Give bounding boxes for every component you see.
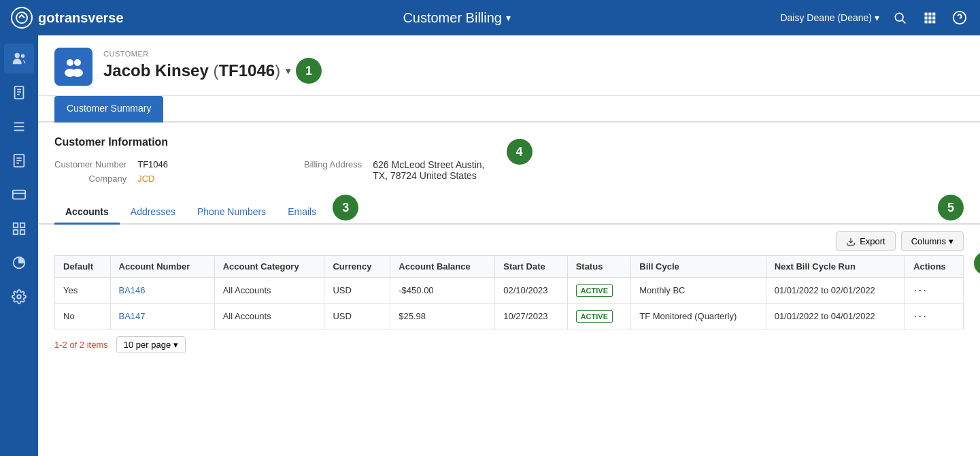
- svg-point-35: [67, 59, 73, 66]
- col-header-currency: Currency: [324, 256, 390, 278]
- col-header-account-balance: Account Balance: [390, 256, 495, 278]
- svg-point-15: [21, 54, 25, 59]
- info-left: Customer Number TF1046 Company JCD: [54, 159, 168, 184]
- step-badge-1: 1: [296, 58, 322, 84]
- cell-account-number-1[interactable]: BA146: [110, 278, 214, 304]
- app-logo[interactable]: gotransverse: [11, 7, 133, 29]
- sidebar-item-catalog[interactable]: [4, 78, 34, 108]
- cell-next-bill-cycle-run-1: 01/01/2022 to 02/01/2022: [766, 278, 905, 304]
- cell-currency-2: USD: [324, 304, 390, 329]
- col-header-bill-cycle: Bill Cycle: [631, 256, 766, 278]
- col-header-actions: Actions 4: [905, 256, 964, 278]
- customer-dropdown-arrow[interactable]: ▾: [286, 65, 290, 76]
- cell-account-category-1: All Accounts: [214, 278, 324, 304]
- grid-icon[interactable]: [920, 8, 939, 27]
- user-menu[interactable]: Daisy Deane (Deane) ▾: [780, 12, 879, 23]
- step-badge-3: 3: [333, 195, 358, 221]
- sidebar-item-payments[interactable]: [4, 180, 34, 210]
- cell-balance-2: $25.98: [390, 304, 495, 329]
- pagination-bar: 1-2 of 2 items 10 per page ▾: [38, 329, 980, 360]
- actions-menu-1[interactable]: ···: [913, 283, 928, 297]
- table-row: Yes BA146 All Accounts USD -$450.00 02/1…: [55, 278, 964, 304]
- sidebar-item-usage[interactable]: [4, 214, 34, 244]
- top-nav: gotransverse Customer Billing ▾ Daisy De…: [0, 0, 980, 35]
- svg-point-1: [895, 13, 903, 21]
- cell-actions-1[interactable]: ···: [905, 278, 964, 304]
- main-tabs: Customer Summary: [38, 96, 980, 123]
- step-badge-2: 4: [507, 139, 533, 165]
- svg-point-34: [17, 295, 21, 299]
- nav-center: Customer Billing ▾: [133, 10, 780, 26]
- svg-rect-3: [925, 13, 928, 16]
- cell-status-2: ACTIVE: [567, 304, 631, 329]
- value-company: JCD: [137, 174, 168, 184]
- cell-bill-cycle-2: TF Monitored (Quarterly): [631, 304, 766, 329]
- sidebar-item-settings[interactable]: [4, 282, 34, 312]
- section-title: Customer Information: [54, 136, 485, 148]
- svg-rect-29: [14, 223, 18, 227]
- cell-currency-1: USD: [324, 278, 390, 304]
- cell-start-date-2: 10/27/2023: [495, 304, 567, 329]
- nav-title[interactable]: Customer Billing ▾: [403, 10, 511, 26]
- svg-point-0: [16, 12, 27, 23]
- columns-button[interactable]: Columns ▾: [901, 231, 964, 251]
- customer-name: Jacob Kinsey (TF1046) ▾ 1: [103, 58, 322, 84]
- customer-identity: CUSTOMER Jacob Kinsey (TF1046) ▾ 1: [103, 50, 322, 84]
- sidebar-item-orders[interactable]: [4, 112, 34, 142]
- search-icon[interactable]: [890, 8, 909, 27]
- value-billing-address: 626 McLeod Street Austin, TX, 78724 Unit…: [373, 159, 484, 181]
- col-header-account-number: Account Number: [110, 256, 214, 278]
- cell-next-bill-cycle-run-2: 01/01/2022 to 04/01/2022: [766, 304, 905, 329]
- svg-rect-8: [932, 16, 935, 19]
- logo-text: gotransverse: [38, 10, 124, 26]
- svg-rect-9: [925, 20, 928, 23]
- cell-default-2: No: [55, 304, 111, 329]
- svg-rect-5: [932, 13, 935, 16]
- svg-rect-4: [928, 13, 931, 16]
- svg-rect-6: [925, 16, 928, 19]
- svg-rect-27: [13, 191, 25, 199]
- customer-info-section: Customer Information Customer Number TF1…: [38, 123, 980, 195]
- tab-customer-summary[interactable]: Customer Summary: [54, 96, 163, 123]
- svg-rect-32: [20, 230, 24, 234]
- cell-bill-cycle-1: Monthly BC: [631, 278, 766, 304]
- svg-rect-11: [932, 20, 935, 23]
- customer-label: CUSTOMER: [103, 50, 322, 58]
- cell-account-number-2[interactable]: BA147: [110, 304, 214, 329]
- sidebar-item-invoices[interactable]: [4, 146, 34, 176]
- col-header-next-bill-cycle-run: Next Bill Cycle Run: [766, 256, 905, 278]
- svg-point-38: [72, 69, 83, 77]
- cell-default-1: Yes: [55, 278, 111, 304]
- subtabs-bar: Accounts Addresses Phone Numbers Emails …: [38, 195, 980, 225]
- help-icon[interactable]: [950, 8, 969, 27]
- svg-rect-31: [20, 223, 24, 227]
- svg-rect-10: [928, 20, 931, 23]
- per-page-button[interactable]: 10 per page ▾: [116, 336, 186, 353]
- subtab-addresses[interactable]: Addresses: [120, 201, 186, 225]
- subtab-accounts[interactable]: Accounts: [54, 201, 120, 225]
- sidebar-item-reports[interactable]: [4, 248, 34, 278]
- cell-actions-2[interactable]: ···: [905, 304, 964, 329]
- label-billing-address: Billing Address: [304, 159, 362, 169]
- col-header-status: Status: [567, 256, 631, 278]
- label-company: Company: [54, 174, 126, 184]
- col-header-account-category: Account Category: [214, 256, 324, 278]
- subtab-emails[interactable]: Emails: [277, 201, 327, 225]
- subtab-phone-numbers[interactable]: Phone Numbers: [186, 201, 277, 225]
- value-customer-number: TF1046: [137, 159, 168, 169]
- cell-status-1: ACTIVE: [567, 278, 631, 304]
- cell-account-category-2: All Accounts: [214, 304, 324, 329]
- customer-avatar: [54, 48, 92, 86]
- actions-menu-2[interactable]: ···: [913, 309, 928, 323]
- svg-rect-7: [928, 16, 931, 19]
- svg-point-14: [15, 53, 20, 58]
- step-badge-4: 4: [974, 252, 980, 275]
- svg-point-36: [74, 59, 81, 66]
- logo-icon: [11, 7, 33, 29]
- col-header-default: Default: [55, 256, 111, 278]
- svg-line-2: [902, 20, 906, 24]
- export-button[interactable]: Export: [836, 231, 896, 251]
- step-badge-5: 5: [938, 195, 964, 221]
- sidebar-item-customers[interactable]: [4, 44, 34, 74]
- pagination-count: 1-2 of 2 items: [54, 340, 108, 350]
